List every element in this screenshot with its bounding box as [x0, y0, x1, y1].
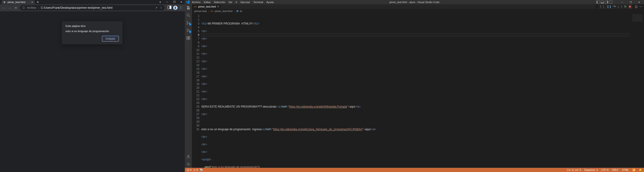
- split-editor-icon[interactable]: ◫: [635, 5, 638, 8]
- browser-window: 🗎 pimer_test.html × + ▾ ─ ❐ ✕ ← → ✕ ⓘ Ar…: [0, 0, 185, 172]
- status-eol[interactable]: CRLF: [612, 168, 618, 171]
- share-icon[interactable]: ↗: [155, 6, 158, 10]
- new-tab-button[interactable]: +: [37, 0, 39, 4]
- explorer-icon[interactable]: [186, 6, 190, 10]
- editor-tab[interactable]: <> pimer_test.html ×: [192, 4, 221, 9]
- toggle-panel-icon[interactable]: [601, 1, 604, 4]
- editor-tab-close-icon[interactable]: ×: [217, 5, 219, 8]
- settings-gear-icon[interactable]: [186, 162, 190, 166]
- debug-toolbar[interactable]: ⋮⋮ ❙❙ ↷ ↓ ↑ ↻ ■: [598, 4, 633, 9]
- menu-editar[interactable]: Editar: [204, 1, 211, 4]
- line-gutter: 1234567891011121314151617181920212223242…: [192, 13, 201, 168]
- vscode-title: pimer_test.html - alura - Visual Studio …: [390, 1, 440, 4]
- browser-dropdown-icon[interactable]: ▾: [156, 0, 164, 4]
- search-icon[interactable]: [186, 13, 190, 18]
- code-content[interactable]: <h1>MI PRIMER PROGRAMA HTML!!!!</h1> <br…: [201, 13, 630, 168]
- alert-body: esto si es lenguaje de programación: [66, 30, 119, 33]
- bc-symbol[interactable]: br: [240, 10, 242, 13]
- editor[interactable]: 1234567891011121314151617181920212223242…: [192, 13, 644, 168]
- status-spaces[interactable]: Espacios: 4: [584, 168, 598, 171]
- status-golive-icon[interactable]: 📶: [632, 168, 636, 171]
- status-errors[interactable]: ⓧ 0: [187, 168, 192, 172]
- status-encoding[interactable]: UTF-8: [601, 168, 608, 171]
- vscode-window: Archivo Editar Selección Ver Ir Ejecutar…: [185, 0, 644, 172]
- minimize-button[interactable]: ─: [164, 0, 171, 4]
- debug-step-out-icon[interactable]: ↑: [621, 5, 622, 8]
- debug-stop-icon[interactable]: ■: [628, 5, 632, 9]
- menu-ayuda[interactable]: Ayuda: [266, 1, 274, 4]
- vs-maximize-button[interactable]: ❐: [627, 1, 634, 4]
- menu-ver[interactable]: Ver: [228, 1, 232, 4]
- svg-rect-5: [187, 36, 188, 38]
- browser-page: Esta página dice esto si es lenguaje de …: [0, 11, 185, 172]
- editor-more-icon[interactable]: ⋯: [639, 5, 642, 8]
- menu-terminal[interactable]: Terminal: [254, 1, 263, 4]
- debug-step-into-icon[interactable]: ↓: [618, 5, 619, 8]
- svg-point-9: [188, 155, 189, 157]
- debug-badge: 1: [189, 31, 192, 33]
- debug-step-over-icon[interactable]: ↷: [613, 5, 616, 8]
- back-button[interactable]: ←: [2, 6, 6, 10]
- activity-bar: 1 1: [185, 4, 192, 168]
- addr-scheme-label: Archivo: [27, 6, 36, 10]
- info-icon[interactable]: ⓘ: [22, 6, 25, 10]
- svg-point-0: [187, 14, 189, 16]
- close-tab-icon[interactable]: ×: [31, 1, 33, 4]
- minimap[interactable]: [630, 13, 644, 168]
- html-file-icon: <>: [194, 5, 197, 8]
- editor-tabs: <> pimer_test.html × ⋮⋮ ❙❙ ↷ ↓ ↑ ↻ ■ ◫: [192, 4, 644, 9]
- menu-ir[interactable]: Ir: [236, 1, 237, 4]
- browser-tab[interactable]: 🗎 pimer_test.html ×: [2, 0, 35, 4]
- debug-restart-icon[interactable]: ↻: [624, 5, 626, 8]
- menu-archivo[interactable]: Archivo: [192, 1, 200, 4]
- chevron-right-icon: ›: [208, 10, 209, 13]
- forward-button[interactable]: →: [8, 6, 12, 10]
- html-file-icon: <>: [210, 10, 213, 13]
- status-warnings[interactable]: ⚠ 0: [193, 168, 198, 171]
- alert-ok-button[interactable]: Aceptar: [102, 36, 119, 42]
- address-bar[interactable]: ⓘ Archivo | C:/Users/Frank/Desktop/alura…: [20, 5, 165, 10]
- kebab-menu-icon[interactable]: ⋮: [180, 6, 182, 10]
- svg-point-3: [187, 24, 188, 25]
- maximize-button[interactable]: ❐: [171, 0, 178, 4]
- run-debug-icon[interactable]: 1: [186, 28, 190, 33]
- status-language[interactable]: HTML: [622, 168, 629, 171]
- stop-button[interactable]: ✕: [14, 6, 18, 10]
- svg-point-10: [188, 164, 189, 165]
- toggle-primary-sidebar-icon[interactable]: [596, 1, 600, 4]
- breadcrumb[interactable]: primer-test › <> pimer_test.html › ⬒ br: [192, 9, 644, 13]
- page-icon: 🗎: [3, 1, 6, 4]
- menu-seleccion[interactable]: Selección: [214, 1, 225, 4]
- vs-close-button[interactable]: ✕: [636, 1, 642, 4]
- star-icon[interactable]: ☆: [160, 6, 162, 10]
- status-bell-icon[interactable]: 🔔: [639, 168, 642, 171]
- status-bar: ⓧ 0 ⚠ 0 📡 Lín. 6, col. 5 Espacios: 4 UTF…: [185, 168, 644, 172]
- addr-separator: |: [38, 6, 39, 10]
- close-button[interactable]: ✕: [178, 0, 185, 4]
- menu-ejecutar[interactable]: Ejecutar: [240, 1, 250, 4]
- tab-title: pimer_test.html: [8, 1, 25, 4]
- alert-title: Esta página dice: [66, 25, 119, 27]
- bc-file[interactable]: pimer_test.html: [215, 10, 232, 13]
- svg-line-1: [189, 16, 190, 17]
- profile-avatar[interactable]: 👤: [173, 6, 178, 10]
- debug-pause-icon[interactable]: ❙❙: [607, 5, 612, 8]
- vscode-titlebar: Archivo Editar Selección Ver Ir Ejecutar…: [185, 0, 644, 4]
- svg-rect-7: [187, 38, 188, 40]
- accounts-icon[interactable]: [186, 154, 190, 159]
- toggle-secondary-sidebar-icon[interactable]: [605, 1, 608, 4]
- status-ln-col[interactable]: Lín. 6, col. 5: [567, 168, 581, 171]
- vscode-logo-icon: [186, 1, 190, 4]
- svg-point-2: [187, 21, 188, 22]
- customize-layout-icon[interactable]: [609, 1, 612, 4]
- extensions-icon[interactable]: [186, 36, 190, 40]
- svg-rect-6: [188, 36, 190, 38]
- debug-drag-icon[interactable]: ⋮⋮: [599, 5, 605, 8]
- browser-toolbar: ← → ✕ ⓘ Archivo | C:/Users/Frank/Desktop…: [0, 4, 185, 11]
- sidepanel-icon[interactable]: [168, 6, 171, 9]
- source-control-icon[interactable]: 1: [186, 21, 190, 25]
- bc-folder[interactable]: primer-test: [194, 10, 207, 13]
- vs-minimize-button[interactable]: ─: [618, 1, 626, 4]
- layout-icons: [596, 1, 612, 4]
- status-live-icon[interactable]: 📡: [200, 168, 203, 171]
